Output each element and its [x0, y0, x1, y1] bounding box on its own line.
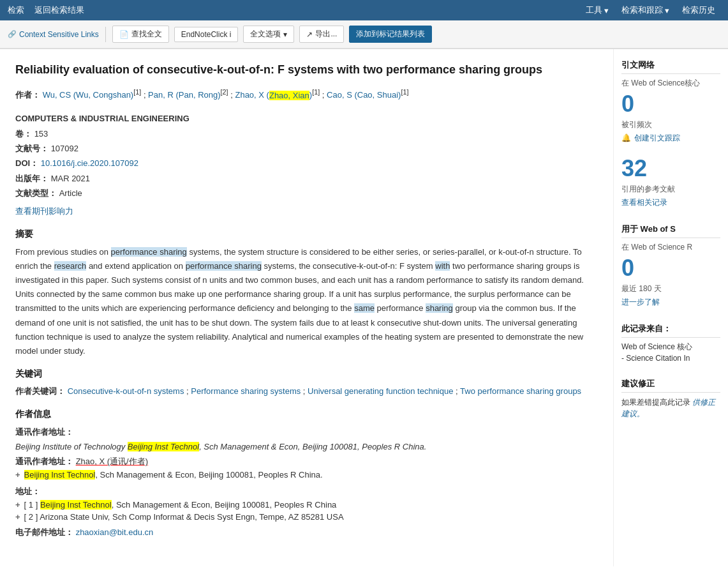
top-nav-left: 检索 返回检索结果 — [8, 4, 84, 16]
abstract-highlight-5: same — [354, 303, 375, 313]
context-link-icon: 🔗 — [8, 30, 17, 38]
source-1: Web of Science 核心 — [621, 342, 720, 352]
top-nav: 检索 返回检索结果 工具 ▾ 检索和跟踪 ▾ 检索历史 — [0, 0, 728, 20]
abstract-highlight-3: performance sharing — [186, 261, 262, 271]
export-icon: ↗ — [306, 30, 313, 39]
journal-doc-type: 文献类型： Article — [15, 186, 598, 200]
keywords-title: 关键词 — [15, 368, 598, 380]
history-button[interactable]: 检索历史 — [677, 2, 720, 19]
record-from-title: 此记录来自： — [621, 323, 720, 338]
citation-alert-link[interactable]: 🔔 创建引文跟踪 — [621, 133, 720, 144]
keyword-2[interactable]: Performance sharing systems — [191, 386, 301, 396]
learn-more-link[interactable]: 进一步了解 — [621, 297, 720, 308]
article-title: Reliability evaluation of consecutive-k-… — [15, 62, 598, 78]
track-button[interactable]: 检索和跟踪 ▾ — [616, 2, 674, 19]
address-title: 地址： — [15, 486, 598, 497]
expand-icon-addr-1[interactable]: + — [15, 500, 20, 510]
corr-author-line: 通讯作者地址： Zhao, X (通讯/作者) — [15, 456, 598, 467]
ref-label: 引用的参考文献 — [621, 184, 720, 195]
tools-chevron-icon: ▾ — [604, 6, 609, 15]
fulltext-options-chevron-icon: ▾ — [283, 30, 287, 39]
suggest-correction-panel: 建议修正 如果差错提高此记录 供修正建议。 — [621, 378, 720, 420]
wos-usage-label: 在 Web of Science R — [621, 242, 720, 253]
back-link[interactable]: 返回检索结果 — [34, 4, 84, 16]
citation-network-title: 引文网络 — [621, 59, 720, 74]
correction-notice: 如果差错提高此记录 供修正建议。 — [621, 397, 720, 420]
correction-link[interactable]: 供修正建议。 — [621, 398, 715, 418]
source-2: - Science Citation In — [621, 354, 720, 363]
wos-usage-panel: 用于 Web of S 在 Web of Science R 0 最近 180 … — [621, 223, 720, 308]
author-4-sup: [1] — [401, 88, 408, 96]
expand-icon-addr-2[interactable]: + — [15, 512, 20, 522]
email-link[interactable]: zhaoxian@bit.edu.cn — [76, 527, 154, 537]
abstract-title: 摘要 — [15, 229, 598, 240]
journal-influence-link[interactable]: 查看期刊影响力 — [15, 204, 598, 218]
journal-name: COMPUTERS & INDUSTRIAL ENGINEERING — [15, 111, 598, 126]
authors-section: 作者： Wu, CS (Wu, Congshan)[1] ; Pan, R (P… — [15, 87, 598, 102]
find-fulltext-button[interactable]: 📄 查找全文 — [112, 26, 169, 43]
related-records-link[interactable]: 查看相关记录 — [621, 197, 720, 208]
abstract-highlight-2: research — [54, 261, 87, 271]
add-to-marked-button[interactable]: 添加到标记结果列表 — [349, 26, 432, 43]
export-button[interactable]: ↗ 导出... — [299, 26, 344, 43]
context-sensitive-links[interactable]: 🔗 Context Sensitive Links — [8, 30, 99, 39]
expand-icon-1[interactable]: + — [15, 470, 20, 480]
endnote-button[interactable]: EndNoteClick i — [174, 27, 239, 42]
top-nav-right: 工具 ▾ 检索和跟踪 ▾ 检索历史 — [581, 2, 720, 19]
author-1-sup: [1] — [133, 88, 141, 96]
cited-label: 被引频次 — [621, 119, 720, 130]
journal-doi: DOI： 10.1016/j.cie.2020.107092 — [15, 156, 598, 170]
author-info-section: 作者信息 通讯作者地址： Beijing Institute of Techno… — [15, 409, 598, 539]
author-3-sup: [1] — [312, 88, 320, 96]
sidebar: 引文网络 在 Web of Science核心 0 被引频次 🔔 创建引文跟踪 … — [613, 49, 728, 566]
content-area: Reliability evaluation of consecutive-k-… — [0, 49, 613, 566]
fulltext-options-button[interactable]: 全文选项 ▾ — [243, 26, 294, 43]
correspondence-address: Beijing Institute of Technology Beijing … — [15, 441, 598, 454]
author-1[interactable]: Wu, CS (Wu, Congshan) — [43, 91, 134, 100]
addr-1-highlight: Beijing Inst Technol — [40, 500, 112, 510]
keyword-4[interactable]: Two performance sharing groups — [460, 386, 581, 396]
author-2-sup: [2] — [221, 88, 228, 96]
suggest-correction-title: 建议修正 — [621, 378, 720, 393]
ref-count: 32 — [621, 157, 720, 180]
abstract-highlight-6: sharing — [426, 303, 453, 313]
fulltext-icon: 📄 — [119, 30, 129, 39]
record-from-panel: 此记录来自： Web of Science 核心 - Science Citat… — [621, 323, 720, 363]
wos-days-label: 最近 180 天 — [621, 284, 720, 294]
expand-1-highlight: Beijing Inst Technol — [24, 470, 96, 480]
citation-network-panel: 引文网络 在 Web of Science核心 0 被引频次 🔔 创建引文跟踪 … — [621, 59, 720, 208]
author-info-title: 作者信息 — [15, 409, 598, 420]
keyword-1[interactable]: Consecutive-k-out-of-n systems — [68, 386, 184, 396]
wos-label: 在 Web of Science核心 — [621, 78, 720, 89]
corr-addr-highlight: Beijing Inst Technol — [128, 442, 199, 451]
journal-volume: 卷： 153 — [15, 126, 598, 141]
journal-section: COMPUTERS & INDUSTRIAL ENGINEERING 卷： 15… — [15, 111, 598, 218]
correspondence-address-title: 通讯作者地址： — [15, 427, 598, 438]
track-chevron-icon: ▾ — [665, 6, 669, 15]
author-4[interactable]: Cao, S (Cao, Shuai) — [327, 91, 401, 100]
author-2[interactable]: Pan, R (Pan, Rong) — [148, 91, 220, 100]
toolbar-separator-1 — [105, 27, 106, 42]
authors-label: 作者： — [15, 91, 40, 100]
cited-count: 0 — [621, 93, 720, 116]
abstract-highlight-1: performance sharing — [111, 247, 187, 257]
wos-count: 0 — [621, 257, 720, 280]
wos-usage-title: 用于 Web of S — [621, 223, 720, 238]
author-3-highlight: Zhao, Xian — [269, 91, 309, 100]
journal-pub-year: 出版年： MAR 2021 — [15, 171, 598, 186]
tools-button[interactable]: 工具 ▾ — [581, 2, 614, 19]
keyword-3[interactable]: Universal generating function technique — [308, 386, 453, 396]
main-layout: Reliability evaluation of consecutive-k-… — [0, 49, 728, 566]
corr-author-name: Zhao, X (通讯/作者) — [76, 457, 148, 466]
search-link[interactable]: 检索 — [8, 4, 24, 16]
abstract-text: From previous studies on performance sha… — [15, 245, 598, 358]
author-3[interactable]: Zhao, X (Zhao, Xian) — [235, 91, 312, 100]
email-section: 电子邮件地址： zhaoxian@bit.edu.cn — [15, 527, 598, 538]
address-2-item: + [ 2 ] Arizona State Univ, Sch Comp Inf… — [15, 512, 598, 522]
doi-link[interactable]: 10.1016/j.cie.2020.107092 — [41, 158, 138, 168]
toolbar: 🔗 Context Sensitive Links 📄 查找全文 EndNote… — [0, 20, 728, 49]
expand-addr-1: + Beijing Inst Technol, Sch Management &… — [15, 470, 598, 480]
address-1-item: + [ 1 ] Beijing Inst Technol, Sch Manage… — [15, 500, 598, 510]
bell-icon: 🔔 — [621, 133, 631, 142]
abstract-highlight-4: with — [435, 261, 450, 271]
